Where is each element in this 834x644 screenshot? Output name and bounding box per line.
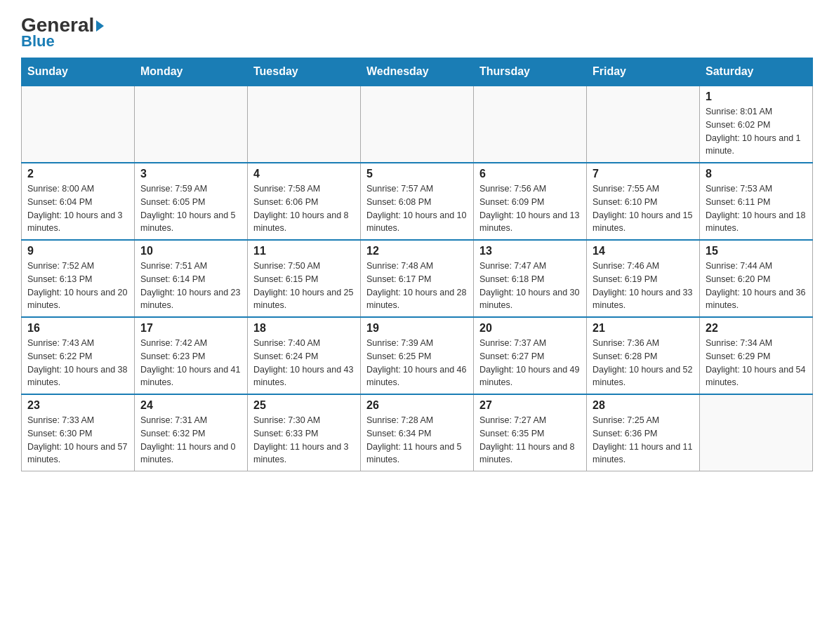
calendar-table: SundayMondayTuesdayWednesdayThursdayFrid… xyxy=(21,58,813,471)
day-number: 3 xyxy=(140,168,241,180)
day-number: 18 xyxy=(253,322,355,335)
weekday-header-row: SundayMondayTuesdayWednesdayThursdayFrid… xyxy=(22,58,813,86)
day-info: Sunrise: 7:43 AMSunset: 6:22 PMDaylight:… xyxy=(27,337,128,389)
calendar-cell: 24Sunrise: 7:31 AMSunset: 6:32 PMDayligh… xyxy=(135,394,248,471)
calendar-cell xyxy=(22,86,135,163)
day-info: Sunrise: 8:00 AMSunset: 6:04 PMDaylight:… xyxy=(27,182,128,235)
day-info: Sunrise: 7:34 AMSunset: 6:29 PMDaylight:… xyxy=(706,337,807,389)
day-info: Sunrise: 7:55 AMSunset: 6:10 PMDaylight:… xyxy=(593,182,694,235)
calendar-cell xyxy=(248,86,361,163)
day-number: 16 xyxy=(27,322,128,335)
day-number: 28 xyxy=(593,399,694,412)
day-info: Sunrise: 7:33 AMSunset: 6:30 PMDaylight:… xyxy=(27,414,128,467)
day-number: 2 xyxy=(27,168,128,180)
day-number: 20 xyxy=(479,322,581,335)
calendar-cell: 19Sunrise: 7:39 AMSunset: 6:25 PMDayligh… xyxy=(361,317,474,394)
day-number: 25 xyxy=(253,399,355,412)
calendar-cell: 25Sunrise: 7:30 AMSunset: 6:33 PMDayligh… xyxy=(248,394,361,471)
day-number: 10 xyxy=(140,245,241,257)
calendar-cell: 7Sunrise: 7:55 AMSunset: 6:10 PMDaylight… xyxy=(587,163,700,240)
logo: General Blue xyxy=(21,14,104,51)
day-info: Sunrise: 7:52 AMSunset: 6:13 PMDaylight:… xyxy=(27,260,128,312)
calendar-cell: 10Sunrise: 7:51 AMSunset: 6:14 PMDayligh… xyxy=(135,240,248,317)
calendar-cell: 1Sunrise: 8:01 AMSunset: 6:02 PMDaylight… xyxy=(700,86,813,163)
weekday-header-friday: Friday xyxy=(587,58,700,86)
calendar-cell: 20Sunrise: 7:37 AMSunset: 6:27 PMDayligh… xyxy=(474,317,587,394)
day-number: 21 xyxy=(593,322,694,335)
calendar-cell xyxy=(135,86,248,163)
calendar-cell: 16Sunrise: 7:43 AMSunset: 6:22 PMDayligh… xyxy=(22,317,135,394)
calendar-cell: 11Sunrise: 7:50 AMSunset: 6:15 PMDayligh… xyxy=(248,240,361,317)
weekday-header-tuesday: Tuesday xyxy=(248,58,361,86)
calendar-cell: 28Sunrise: 7:25 AMSunset: 6:36 PMDayligh… xyxy=(587,394,700,471)
calendar-cell: 9Sunrise: 7:52 AMSunset: 6:13 PMDaylight… xyxy=(22,240,135,317)
calendar-cell: 21Sunrise: 7:36 AMSunset: 6:28 PMDayligh… xyxy=(587,317,700,394)
calendar-cell xyxy=(700,394,813,471)
day-info: Sunrise: 7:28 AMSunset: 6:34 PMDaylight:… xyxy=(366,414,468,467)
calendar-cell: 17Sunrise: 7:42 AMSunset: 6:23 PMDayligh… xyxy=(135,317,248,394)
day-info: Sunrise: 7:47 AMSunset: 6:18 PMDaylight:… xyxy=(479,260,581,312)
day-number: 14 xyxy=(593,245,694,257)
calendar-cell: 14Sunrise: 7:46 AMSunset: 6:19 PMDayligh… xyxy=(587,240,700,317)
calendar-week-row: 16Sunrise: 7:43 AMSunset: 6:22 PMDayligh… xyxy=(22,317,813,394)
day-number: 13 xyxy=(479,245,581,257)
day-number: 26 xyxy=(366,399,468,412)
day-info: Sunrise: 7:27 AMSunset: 6:35 PMDaylight:… xyxy=(479,414,581,467)
calendar-cell: 8Sunrise: 7:53 AMSunset: 6:11 PMDaylight… xyxy=(700,163,813,240)
weekday-header-monday: Monday xyxy=(135,58,248,86)
calendar-cell: 26Sunrise: 7:28 AMSunset: 6:34 PMDayligh… xyxy=(361,394,474,471)
day-number: 17 xyxy=(140,322,241,335)
day-info: Sunrise: 7:40 AMSunset: 6:24 PMDaylight:… xyxy=(253,337,355,389)
day-number: 11 xyxy=(253,245,355,257)
day-number: 9 xyxy=(27,245,128,257)
calendar-week-row: 1Sunrise: 8:01 AMSunset: 6:02 PMDaylight… xyxy=(22,86,813,163)
day-info: Sunrise: 7:51 AMSunset: 6:14 PMDaylight:… xyxy=(140,260,241,312)
day-info: Sunrise: 7:31 AMSunset: 6:32 PMDaylight:… xyxy=(140,414,241,467)
day-info: Sunrise: 7:59 AMSunset: 6:05 PMDaylight:… xyxy=(140,182,241,235)
calendar-cell: 6Sunrise: 7:56 AMSunset: 6:09 PMDaylight… xyxy=(474,163,587,240)
calendar-week-row: 9Sunrise: 7:52 AMSunset: 6:13 PMDaylight… xyxy=(22,240,813,317)
day-info: Sunrise: 7:39 AMSunset: 6:25 PMDaylight:… xyxy=(366,337,468,389)
calendar-cell: 12Sunrise: 7:48 AMSunset: 6:17 PMDayligh… xyxy=(361,240,474,317)
day-info: Sunrise: 8:01 AMSunset: 6:02 PMDaylight:… xyxy=(706,105,807,158)
day-number: 1 xyxy=(706,90,807,103)
calendar-cell: 27Sunrise: 7:27 AMSunset: 6:35 PMDayligh… xyxy=(474,394,587,471)
calendar-cell xyxy=(474,86,587,163)
calendar-cell: 5Sunrise: 7:57 AMSunset: 6:08 PMDaylight… xyxy=(361,163,474,240)
day-number: 15 xyxy=(706,245,807,257)
day-number: 5 xyxy=(366,168,468,180)
calendar-cell: 15Sunrise: 7:44 AMSunset: 6:20 PMDayligh… xyxy=(700,240,813,317)
day-info: Sunrise: 7:58 AMSunset: 6:06 PMDaylight:… xyxy=(253,182,355,235)
calendar-cell: 4Sunrise: 7:58 AMSunset: 6:06 PMDaylight… xyxy=(248,163,361,240)
day-info: Sunrise: 7:46 AMSunset: 6:19 PMDaylight:… xyxy=(593,260,694,312)
calendar-cell: 18Sunrise: 7:40 AMSunset: 6:24 PMDayligh… xyxy=(248,317,361,394)
day-info: Sunrise: 7:25 AMSunset: 6:36 PMDaylight:… xyxy=(593,414,694,467)
logo-triangle-icon xyxy=(96,20,104,32)
day-number: 22 xyxy=(706,322,807,335)
day-info: Sunrise: 7:36 AMSunset: 6:28 PMDaylight:… xyxy=(593,337,694,389)
logo-blue-text: Blue xyxy=(21,32,55,51)
day-info: Sunrise: 7:30 AMSunset: 6:33 PMDaylight:… xyxy=(253,414,355,467)
weekday-header-saturday: Saturday xyxy=(700,58,813,86)
day-number: 19 xyxy=(366,322,468,335)
weekday-header-sunday: Sunday xyxy=(22,58,135,86)
day-info: Sunrise: 7:57 AMSunset: 6:08 PMDaylight:… xyxy=(366,182,468,235)
day-info: Sunrise: 7:48 AMSunset: 6:17 PMDaylight:… xyxy=(366,260,468,312)
day-info: Sunrise: 7:37 AMSunset: 6:27 PMDaylight:… xyxy=(479,337,581,389)
page-header: General Blue xyxy=(21,14,813,51)
calendar-cell xyxy=(361,86,474,163)
day-number: 8 xyxy=(706,168,807,180)
weekday-header-wednesday: Wednesday xyxy=(361,58,474,86)
calendar-cell: 2Sunrise: 8:00 AMSunset: 6:04 PMDaylight… xyxy=(22,163,135,240)
day-number: 7 xyxy=(593,168,694,180)
day-number: 27 xyxy=(479,399,581,412)
calendar-week-row: 23Sunrise: 7:33 AMSunset: 6:30 PMDayligh… xyxy=(22,394,813,471)
day-number: 6 xyxy=(479,168,581,180)
day-info: Sunrise: 7:42 AMSunset: 6:23 PMDaylight:… xyxy=(140,337,241,389)
day-info: Sunrise: 7:56 AMSunset: 6:09 PMDaylight:… xyxy=(479,182,581,235)
calendar-cell: 13Sunrise: 7:47 AMSunset: 6:18 PMDayligh… xyxy=(474,240,587,317)
day-number: 23 xyxy=(27,399,128,412)
calendar-cell: 3Sunrise: 7:59 AMSunset: 6:05 PMDaylight… xyxy=(135,163,248,240)
day-number: 12 xyxy=(366,245,468,257)
day-info: Sunrise: 7:53 AMSunset: 6:11 PMDaylight:… xyxy=(706,182,807,235)
